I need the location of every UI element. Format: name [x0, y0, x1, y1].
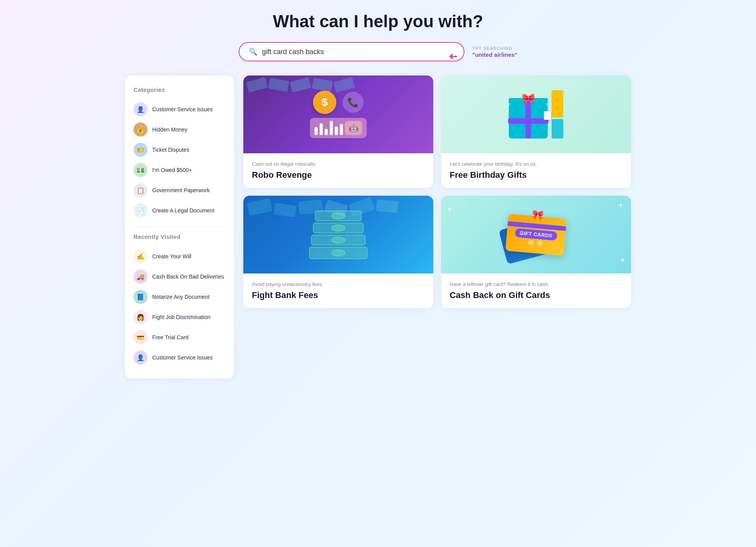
sparkle-2: ✦	[620, 256, 625, 264]
card-free-birthday-image: 🎀	[441, 75, 631, 153]
try-searching-value[interactable]: "united airlines"	[472, 51, 517, 58]
sidebar-item-customer-service-issues-recent[interactable]: 👤 Customer Service Issues	[134, 347, 225, 368]
sidebar-item-fight-job-discrimination[interactable]: 👩 Fight Job Discrimination	[134, 307, 225, 327]
gc-card-main: GIFT CARDS 🎀	[505, 214, 567, 256]
content-grid: $ 📞 🤖	[243, 75, 631, 308]
sidebar-icon-hidden-money: 💰	[134, 123, 148, 137]
search-area: 🔍 ➜ TRY SEARCHING "united airlines"	[125, 42, 631, 61]
card-fight-bank-fees-body: Avoid paying unnecessary fees. Fight Ban…	[243, 274, 433, 308]
try-searching-label: TRY SEARCHING	[472, 46, 512, 51]
sparkle-1: ✦	[618, 202, 623, 209]
card-free-birthday-description: Let's celebrate your birthday. It's on u…	[450, 161, 622, 167]
card-free-birthday-title: Free Birthday Gifts	[450, 170, 622, 180]
sidebar-item-cash-back-deliveries[interactable]: 🚚 Cash Back On Bad Deliveries	[134, 266, 225, 287]
sidebar-item-notarize-document[interactable]: 📘 Notarize Any Document	[134, 287, 225, 307]
sidebar-icon-fight-job-discrimination: 👩	[134, 310, 148, 324]
sidebar-icon-legal-document: 📄	[134, 203, 148, 217]
book-teal	[552, 119, 563, 139]
gc-badge-label: GIFT CARDS	[515, 228, 557, 240]
card-robo-revenge-image: $ 📞 🤖	[243, 75, 433, 153]
page-wrapper: What can I help you with? 🔍 ➜ TRY SEARCH…	[125, 12, 631, 379]
gc-circle-2	[537, 240, 543, 246]
sidebar-icon-owed-money: 💵	[134, 163, 148, 177]
card-robo-revenge-title: Robo Revenge	[252, 170, 425, 180]
sidebar-item-free-trial-card[interactable]: 💳 Free Trial Card	[134, 327, 225, 347]
sidebar-label: Fight Job Discrimination	[152, 314, 210, 321]
card-cash-back-gift-cards[interactable]: GIFT CARDS 🎀 ✦ ✦ ✦ Have a leftove	[441, 196, 631, 308]
sidebar-icon-ticket-disputes: 🎫	[134, 143, 148, 157]
card-fight-bank-fees[interactable]: Avoid paying unnecessary fees. Fight Ban…	[243, 196, 433, 308]
sidebar-icon-free-trial-card: 💳	[134, 330, 148, 344]
gift-stack	[552, 90, 563, 139]
sidebar-item-create-your-will[interactable]: ✍️ Create Your Will	[134, 246, 225, 266]
gift-box-large	[509, 103, 548, 139]
card-robo-revenge[interactable]: $ 📞 🤖	[243, 75, 433, 188]
gift-tag	[544, 111, 551, 120]
sidebar-item-legal-document[interactable]: 📄 Create A Legal Document	[134, 200, 225, 221]
card-cash-back-gift-cards-description: Have a leftover gift card? Redeem it in …	[450, 281, 622, 287]
sidebar-label: Customer Service Issues	[152, 354, 213, 361]
sidebar-label: Cash Back On Bad Deliveries	[152, 273, 224, 280]
card-cash-back-gift-cards-title: Cash Back on Gift Cards	[450, 290, 622, 300]
gift-bow: 🎀	[522, 93, 535, 105]
card-robo-revenge-body: Cash out on illegal robocalls. Robo Reve…	[243, 153, 433, 188]
main-layout: Categories 👤 Customer Service Issues 💰 H…	[125, 75, 631, 379]
sidebar-label: Free Trial Card	[152, 334, 188, 341]
arrow-icon: ➜	[449, 50, 458, 63]
card-free-birthday[interactable]: 🎀 Let's celebrate your birthday. It's on…	[441, 75, 631, 188]
search-input[interactable]	[262, 48, 454, 56]
sidebar-label: Notarize Any Document	[152, 293, 209, 300]
book-yellow	[552, 90, 563, 117]
card-cash-back-gift-cards-body: Have a leftover gift card? Redeem it in …	[441, 274, 631, 308]
recently-visited-title: Recently Visited	[134, 233, 225, 240]
page-title: What can I help you with?	[125, 12, 631, 31]
card-cash-back-gift-cards-image: GIFT CARDS 🎀 ✦ ✦ ✦	[441, 196, 631, 274]
bg-decoration	[243, 75, 433, 153]
gift-box-wrap: 🎀	[509, 103, 548, 139]
sidebar-label: Hidden Money	[152, 126, 187, 133]
gift-visual: 🎀	[509, 90, 563, 139]
sidebar-item-government-paperwork[interactable]: 📋 Government Paperwork	[134, 180, 225, 200]
gc-circles	[528, 240, 543, 246]
search-icon: 🔍	[249, 47, 257, 56]
gc-circle-1	[528, 240, 534, 245]
sidebar-label: I'm Owed $500+	[152, 167, 192, 174]
sidebar-item-customer-service-issues[interactable]: 👤 Customer Service Issues	[134, 99, 225, 119]
card-fight-bank-fees-title: Fight Bank Fees	[252, 290, 425, 300]
sidebar-icon-customer-service: 👤	[134, 102, 148, 116]
card-fight-bank-fees-description: Avoid paying unnecessary fees.	[252, 281, 425, 287]
search-bar: 🔍	[239, 42, 464, 61]
sidebar: Categories 👤 Customer Service Issues 💰 H…	[125, 75, 234, 379]
sidebar-icon-customer-service-recent: 👤	[134, 351, 148, 365]
sidebar-label: Create Your Will	[152, 253, 191, 260]
sidebar-item-hidden-money[interactable]: 💰 Hidden Money	[134, 119, 225, 140]
try-searching-hint: ➜ TRY SEARCHING "united airlines"	[472, 46, 517, 58]
sparkle-3: ✦	[447, 205, 452, 213]
card-fight-bank-fees-image	[243, 196, 433, 274]
sidebar-icon-cash-back-deliveries: 🚚	[134, 270, 148, 284]
sidebar-divider	[134, 227, 225, 227]
card-free-birthday-body: Let's celebrate your birthday. It's on u…	[441, 153, 631, 188]
sidebar-label: Government Paperwork	[152, 187, 210, 194]
sidebar-icon-government-paperwork: 📋	[134, 183, 148, 197]
categories-title: Categories	[134, 86, 225, 93]
sidebar-label: Customer Service Issues	[152, 106, 213, 113]
sidebar-label: Create A Legal Document	[152, 207, 214, 214]
sidebar-icon-create-will: ✍️	[134, 249, 148, 263]
sidebar-icon-notarize-document: 📘	[134, 290, 148, 304]
sidebar-item-ticket-disputes[interactable]: 🎫 Ticket Disputes	[134, 140, 225, 160]
sidebar-label: Ticket Disputes	[152, 146, 189, 153]
money-bg-decoration	[243, 196, 433, 274]
card-robo-revenge-description: Cash out on illegal robocalls.	[252, 161, 425, 167]
gc-bow: 🎀	[531, 209, 544, 221]
sidebar-item-owed-money[interactable]: 💵 I'm Owed $500+	[134, 160, 225, 180]
giftcard-visual: GIFT CARDS 🎀 ✦ ✦ ✦	[441, 196, 631, 274]
